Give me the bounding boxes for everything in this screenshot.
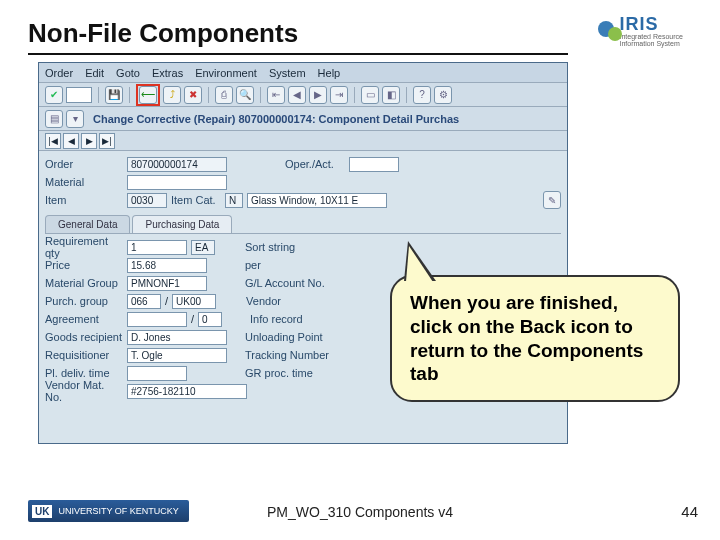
- grproctime-label: GR proc. time: [245, 367, 335, 379]
- pldelivtime-field[interactable]: [127, 366, 187, 381]
- print-icon[interactable]: ⎙: [215, 86, 233, 104]
- tracking-label: Tracking Number: [245, 349, 340, 361]
- unload-label: Unloading Point: [245, 331, 335, 343]
- recipient-label: Goods recipient: [45, 331, 123, 343]
- tab-general-data[interactable]: General Data: [45, 215, 130, 233]
- menu-bar: Order Edit Goto Extras Environment Syste…: [39, 63, 567, 83]
- new-session-icon[interactable]: ▭: [361, 86, 379, 104]
- shortcut-icon[interactable]: ◧: [382, 86, 400, 104]
- exit-icon[interactable]: ⤴: [163, 86, 181, 104]
- pldelivtime-label: Pl. deliv. time: [45, 367, 123, 379]
- matgrp-label: Material Group: [45, 277, 123, 289]
- menu-edit[interactable]: Edit: [85, 67, 104, 79]
- callout-text: When you are finished, click on the Back…: [410, 292, 643, 384]
- reqqty-field[interactable]: 1: [127, 240, 187, 255]
- itemcat-label: Item Cat.: [171, 194, 221, 206]
- vendormat-field[interactable]: #2756-182110: [127, 384, 247, 399]
- menu-environment[interactable]: Environment: [195, 67, 257, 79]
- toolbar-sep: [98, 87, 99, 103]
- next-page-icon[interactable]: ▶: [309, 86, 327, 104]
- agreement-label: Agreement: [45, 313, 123, 325]
- page-number: 44: [681, 503, 698, 520]
- price-field[interactable]: 15.68: [127, 258, 207, 273]
- purchgrp-label: Purch. group: [45, 295, 123, 307]
- purchgrp-field[interactable]: 066: [127, 294, 161, 309]
- vendormat-label: Vendor Mat. No.: [45, 379, 123, 403]
- back-icon[interactable]: ⟵: [139, 86, 157, 104]
- iris-logo: IRIS Integrated Resource Information Sys…: [598, 10, 698, 52]
- purchorg-field[interactable]: UK00: [172, 294, 216, 309]
- back-highlight: ⟵: [136, 84, 160, 106]
- reqqty-unit[interactable]: EA: [191, 240, 215, 255]
- help-icon[interactable]: ?: [413, 86, 431, 104]
- menu-order[interactable]: Order: [45, 67, 73, 79]
- tab-purchasing-data[interactable]: Purchasing Data: [132, 215, 232, 233]
- window-title: Change Corrective (Repair) 807000000174:…: [93, 113, 459, 125]
- last-record-icon[interactable]: ▶|: [99, 133, 115, 149]
- prev-record-icon[interactable]: ◀: [63, 133, 79, 149]
- prev-page-icon[interactable]: ◀: [288, 86, 306, 104]
- material-field[interactable]: [127, 175, 227, 190]
- menu-help[interactable]: Help: [318, 67, 341, 79]
- first-record-icon[interactable]: |◀: [45, 133, 61, 149]
- overview-dropdown-icon[interactable]: ▾: [66, 110, 84, 128]
- purchgrp-sep: /: [165, 295, 168, 307]
- toolbar-sep: [354, 87, 355, 103]
- layout-icon[interactable]: ⚙: [434, 86, 452, 104]
- overview-icon[interactable]: ▤: [45, 110, 63, 128]
- agreement-item-field[interactable]: 0: [198, 312, 222, 327]
- toolbar-sep: [129, 87, 130, 103]
- menu-system[interactable]: System: [269, 67, 306, 79]
- sortstring-label: Sort string: [245, 241, 325, 253]
- agreement-sep: /: [191, 313, 194, 325]
- instruction-callout: When you are finished, click on the Back…: [390, 275, 680, 402]
- first-page-icon[interactable]: ⇤: [267, 86, 285, 104]
- order-field[interactable]: 807000000174: [127, 157, 227, 172]
- save-icon[interactable]: 💾: [105, 86, 123, 104]
- menu-goto[interactable]: Goto: [116, 67, 140, 79]
- material-label: Material: [45, 176, 123, 188]
- item-desc-field[interactable]: Glass Window, 10X11 E: [247, 193, 387, 208]
- iris-logo-sub: Integrated Resource Information System: [619, 33, 698, 47]
- operact-label: Oper./Act.: [285, 158, 345, 170]
- item-field[interactable]: 0030: [127, 193, 167, 208]
- itemcat-field[interactable]: N: [225, 193, 243, 208]
- footer-text: PM_WO_310 Components v4: [0, 504, 720, 520]
- requisitioner-field[interactable]: T. Ogle: [127, 348, 227, 363]
- last-page-icon[interactable]: ⇥: [330, 86, 348, 104]
- toolbar-sep: [406, 87, 407, 103]
- next-record-icon[interactable]: ▶: [81, 133, 97, 149]
- detail-tabs: General Data Purchasing Data: [45, 215, 561, 233]
- price-label: Price: [45, 259, 123, 271]
- per-label: per: [245, 259, 325, 271]
- check-icon[interactable]: ✔: [45, 86, 63, 104]
- menu-extras[interactable]: Extras: [152, 67, 183, 79]
- operact-field[interactable]: [349, 157, 399, 172]
- requisitioner-label: Requisitioner: [45, 349, 123, 361]
- iris-logo-mark: [598, 17, 615, 45]
- reqqty-label: Requirement qty: [45, 235, 123, 259]
- find-icon[interactable]: 🔍: [236, 86, 254, 104]
- iris-logo-text: IRIS: [619, 15, 698, 33]
- cancel-icon[interactable]: ✖: [184, 86, 202, 104]
- command-field[interactable]: [66, 87, 92, 103]
- inforec-label: Info record: [250, 313, 330, 325]
- matgrp-field[interactable]: PMNONF1: [127, 276, 207, 291]
- recipient-field[interactable]: D. Jones: [127, 330, 227, 345]
- agreement-field[interactable]: [127, 312, 187, 327]
- app-titlebar: ▤ ▾ Change Corrective (Repair) 807000000…: [39, 107, 567, 131]
- standard-toolbar: ✔ 💾 ⟵ ⤴ ✖ ⎙ 🔍 ⇤ ◀ ▶ ⇥ ▭ ◧ ? ⚙: [39, 83, 567, 107]
- record-nav: |◀ ◀ ▶ ▶|: [39, 131, 567, 151]
- toolbar-sep: [260, 87, 261, 103]
- item-label: Item: [45, 194, 123, 206]
- vendor-label: Vendor: [246, 295, 326, 307]
- glacct-label: G/L Account No.: [245, 277, 335, 289]
- order-label: Order: [45, 158, 123, 170]
- longtext-icon[interactable]: ✎: [543, 191, 561, 209]
- toolbar-sep: [208, 87, 209, 103]
- slide-title: Non-File Components: [28, 18, 568, 55]
